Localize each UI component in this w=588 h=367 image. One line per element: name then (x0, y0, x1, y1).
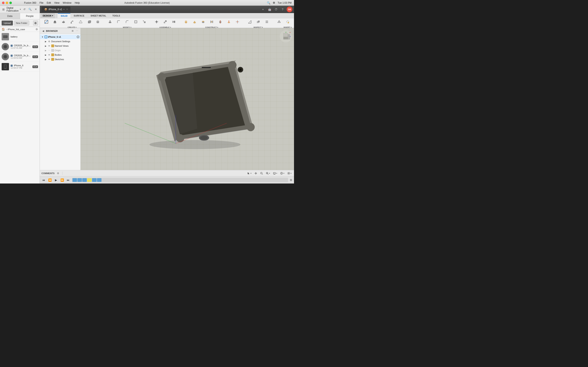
offset-plane-btn[interactable] (182, 18, 190, 26)
tangent-plane-btn[interactable] (199, 18, 207, 26)
next-btn[interactable]: ⏩ (60, 178, 64, 182)
settings-button[interactable]: ⚙ (33, 21, 38, 25)
user-avatar[interactable]: SB (287, 7, 292, 12)
minimize-button[interactable] (6, 2, 8, 4)
new-folder-button[interactable]: New Folder (14, 21, 29, 25)
rigid-group-btn[interactable] (170, 18, 178, 26)
cursor-tool-btn[interactable]: ▾ (246, 171, 252, 175)
midplane-btn[interactable] (208, 18, 216, 26)
as-built-joint-btn[interactable] (161, 18, 169, 26)
axes-widget[interactable]: X Y Z (280, 30, 292, 42)
sidebar-close-btn[interactable]: ✕ (34, 7, 38, 12)
sidebar-workspace-label[interactable]: Digital Fabrication (7, 7, 18, 12)
menu-window[interactable]: Window (63, 1, 71, 4)
menu-edit[interactable]: Edit (47, 1, 51, 4)
insert-svg-btn[interactable] (284, 18, 292, 26)
tree-item-sketches[interactable]: ▶ 👁 Sketches (40, 57, 80, 62)
sweep-btn[interactable] (68, 18, 76, 26)
timeline-marker[interactable] (92, 178, 96, 182)
menu-help[interactable]: Help (75, 1, 80, 4)
list-item[interactable]: CR2025_3v_battery 11:07:41 AM V2▾ (0, 42, 40, 52)
tree-item-doc-settings[interactable]: ▶ ⚙ Document Settings (40, 39, 80, 44)
help-btn[interactable]: ? (280, 7, 285, 12)
version-badge[interactable]: V1▾ (33, 66, 38, 68)
measure-btn[interactable] (246, 18, 254, 26)
version-badge[interactable]: V1▾ (33, 55, 38, 58)
tree-expand-root[interactable]: ▼ (41, 35, 44, 38)
skip-start-btn[interactable]: ⏮ (42, 178, 46, 182)
appearance-btn[interactable]: ▾ (279, 171, 285, 175)
point-at-vertex-btn[interactable] (233, 18, 242, 26)
tab-surface[interactable]: SURFACE (71, 13, 87, 18)
chamfer-btn[interactable] (123, 18, 131, 26)
eye-icon[interactable]: 👁 (48, 44, 51, 47)
section-analysis-btn[interactable] (263, 18, 271, 26)
loft-btn[interactable] (77, 18, 85, 26)
timeline-marker[interactable] (97, 178, 102, 182)
axis-cylinder-btn[interactable] (216, 18, 224, 26)
tree-expand-sketches[interactable]: ▶ (44, 58, 47, 61)
tree-item-bodies[interactable]: ▶ 👁 Bodies (40, 53, 80, 57)
zoom-box-tool-btn[interactable] (259, 171, 264, 175)
timeline-track[interactable] (72, 178, 288, 182)
3d-viewport[interactable]: X Y Z (81, 28, 294, 170)
add-tab-btn[interactable]: + (260, 7, 265, 12)
press-pull-btn[interactable] (106, 18, 114, 26)
cylinder-btn[interactable] (94, 18, 102, 26)
eye-icon-bodies[interactable]: 👁 (48, 53, 51, 56)
tree-item-origin[interactable]: ▶ 👁 Origin (40, 48, 80, 53)
tab-close-btn[interactable]: × (67, 8, 68, 10)
joint-btn[interactable] (153, 18, 161, 26)
document-tab[interactable]: 📦 iPhone_6 v1 ● × (42, 7, 70, 12)
sidebar-dropdown-arrow[interactable]: ▾ (20, 8, 21, 10)
upload-button[interactable]: Upload (2, 21, 13, 25)
browser-close-icon[interactable]: ⋯ (75, 29, 79, 33)
prev-btn[interactable]: ⏪ (48, 178, 52, 182)
list-item[interactable]: CR2025_3v_battery 11:04:53 AM V1▾ (0, 52, 40, 62)
extrude-btn[interactable] (51, 18, 59, 26)
version-badge[interactable]: V2▾ (33, 45, 38, 48)
timeline-marker[interactable] (77, 178, 82, 182)
fillet-btn[interactable] (114, 18, 123, 26)
menu-view[interactable]: View (54, 1, 60, 4)
close-button[interactable] (2, 2, 4, 4)
tree-expand-origin[interactable]: ▶ (44, 49, 47, 52)
tree-expand-bodies[interactable]: ▶ (44, 53, 47, 56)
tab-tools[interactable]: TOOLS (109, 13, 123, 18)
eye-icon-sketches[interactable]: 👁 (48, 58, 51, 61)
scale-btn[interactable] (140, 18, 148, 26)
spotlight-icon[interactable]: 🔍 (267, 1, 270, 4)
tab-sheet-metal[interactable]: SHEET METAL (87, 13, 109, 18)
interference-btn[interactable] (254, 18, 262, 26)
zoom-fit-tool-btn[interactable]: ▾ (265, 171, 271, 175)
new-sketch-btn[interactable] (42, 18, 51, 26)
list-item[interactable]: battery (0, 32, 40, 42)
sidebar-search-btn[interactable]: 🔍 (28, 7, 32, 12)
tree-item-root[interactable]: ▼ iPhone_6 v1 (40, 35, 80, 39)
robot-help-btn[interactable]: 🤖 (267, 7, 272, 12)
menu-file[interactable]: File (39, 1, 43, 4)
home-icon[interactable]: 🏠 (2, 28, 5, 31)
box-btn[interactable] (85, 18, 93, 26)
attach-canvas-btn[interactable] (292, 18, 294, 26)
browser-collapse-btn[interactable]: ◀ (42, 29, 45, 33)
timeline-marker[interactable] (72, 178, 77, 182)
revolve-btn[interactable] (60, 18, 68, 26)
breadcrumb-item[interactable]: iPhone_fob_case (8, 28, 25, 31)
timeline-marker[interactable] (82, 178, 87, 182)
display-settings-btn[interactable]: ▾ (272, 171, 278, 175)
shell-btn[interactable] (132, 18, 140, 26)
grid-snap-btn[interactable]: ▾ (286, 171, 292, 175)
clock-btn[interactable]: ⏱ (274, 7, 278, 12)
axis-perp-btn[interactable] (225, 18, 233, 26)
comment-settings-icon[interactable]: ⚙ (56, 171, 60, 175)
breadcrumb-settings-icon[interactable]: ⚙ (35, 28, 38, 31)
tab-people[interactable]: People (20, 13, 40, 19)
control-center-icon[interactable]: ⚙ (273, 1, 275, 4)
timeline-marker[interactable] (87, 178, 92, 182)
plane-at-angle-btn[interactable] (190, 18, 199, 26)
grid-menu-icon[interactable]: ⊞ (2, 8, 5, 11)
list-item[interactable]: iPhone_6 12:59:37 PM V1▾ (0, 62, 40, 72)
design-mode-btn[interactable]: DESIGN ▾ (41, 13, 55, 18)
pan-tool-btn[interactable] (254, 171, 258, 175)
